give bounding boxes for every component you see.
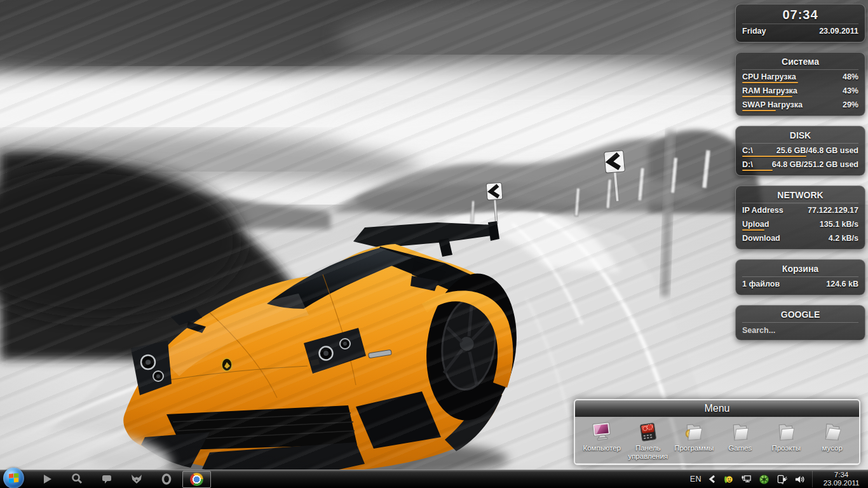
stat-value: 43% (843, 86, 858, 95)
disk-widget: DISK C:\ 25.6 GB/46.8 GB used D:\ 64.8 G… (735, 126, 865, 176)
widget-panel: 07:34 Friday 23.09.2011 Система CPU Нагр… (735, 4, 865, 341)
search-icon[interactable] (71, 473, 83, 485)
stat-row: CPU Нагрузка 48% (742, 70, 858, 84)
menu-item-programs[interactable]: Программы (671, 419, 717, 463)
menu-item-label: Панель управления (625, 444, 672, 461)
stat-label: Download (742, 234, 780, 243)
recycle-bin-widget: Корзина 1 файлов 124.6 kB (735, 259, 865, 295)
play-icon[interactable] (41, 473, 53, 485)
programs-folder-icon (682, 421, 705, 444)
stat-label: IP Address (742, 206, 783, 215)
antivirus-icon[interactable] (759, 474, 770, 485)
taskbar-chrome-button[interactable] (182, 471, 211, 488)
language-indicator[interactable]: EN (690, 475, 702, 484)
power-plug-icon[interactable] (776, 474, 787, 485)
menu-item-label: мусор (822, 444, 843, 452)
stat-row: IP Address 77.122.129.17 (742, 203, 858, 217)
tray-clock[interactable]: 7:34 23.09.2011 (812, 471, 866, 487)
stat-label: RAM Нагрузка (742, 86, 797, 95)
menu-titlebar: Menu (575, 400, 859, 417)
stat-row: RAM Нагрузка 43% (742, 84, 858, 98)
clock-widget: 07:34 Friday 23.09.2011 (735, 4, 865, 43)
stat-row: Download 4.2 kB/s (742, 231, 858, 245)
stat-label: C:\ (742, 146, 753, 155)
opera-icon[interactable] (160, 473, 173, 485)
stat-label: D:\ (742, 160, 753, 169)
stat-value: 124.6 kB (826, 280, 858, 288)
folder-icon (821, 421, 844, 444)
messenger-icon[interactable] (723, 474, 734, 485)
menu-item-label: Games (728, 444, 752, 452)
menu-item-trash[interactable]: мусор (810, 419, 856, 463)
menu-item-label: Компьютер (583, 444, 621, 452)
clock-date: 23.09.2011 (819, 27, 858, 36)
usage-meter (742, 110, 776, 111)
volume-icon[interactable] (794, 474, 805, 485)
tray-clock-date: 23.09.2011 (817, 479, 866, 487)
tray-clock-time: 7:34 (817, 471, 866, 479)
chat-icon[interactable] (100, 473, 113, 485)
stat-label: 1 файлов (742, 280, 780, 288)
start-button[interactable] (3, 468, 24, 488)
menu-item-games[interactable]: Games (717, 419, 764, 463)
hidden-icons-chevron[interactable] (709, 475, 716, 484)
stat-value: 48% (843, 72, 858, 81)
usage-meter (742, 96, 792, 97)
folder-icon (729, 421, 752, 444)
network-widget: NETWORK IP Address 77.122.129.17 Upload … (735, 186, 865, 250)
menu-items-row: Компьютер Пане (575, 417, 859, 463)
widget-title: DISK (742, 128, 858, 144)
quick-launch-area (41, 470, 173, 488)
google-search-widget: GOOGLE (735, 305, 865, 341)
usage-meter (742, 229, 764, 231)
stat-label: SWAP Нагрузка (742, 100, 803, 109)
usage-meter (742, 156, 806, 157)
stat-row: Upload 135.1 kB/s (742, 217, 858, 231)
stat-value: 135.1 kB/s (820, 220, 858, 229)
taskbar: EN (0, 470, 868, 488)
usage-meter (742, 82, 798, 83)
stat-label: CPU Нагрузка (742, 72, 796, 81)
menu-panel: Menu Компьютер (574, 399, 860, 465)
stat-value: 64.8 GB/251.2 GB used (772, 160, 858, 169)
network-icon[interactable] (741, 474, 752, 485)
menu-title: Menu (704, 403, 729, 414)
stat-row: 1 файлов 124.6 kB (742, 277, 858, 291)
menu-item-label: Проэкты (771, 444, 801, 452)
widget-title: NETWORK (742, 188, 858, 203)
windows-flag-icon (9, 473, 19, 483)
stat-row: C:\ 25.6 GB/46.8 GB used (742, 144, 858, 158)
stat-value: 25.6 GB/46.8 GB used (776, 146, 858, 155)
folder-icon (775, 421, 797, 444)
menu-item-control-panel[interactable]: Панель управления (625, 419, 672, 463)
widget-title: Система (742, 55, 858, 70)
stat-label: Upload (742, 220, 769, 229)
system-tray: EN (690, 470, 866, 488)
stat-row: D:\ 64.8 GB/251.2 GB used (742, 158, 858, 172)
usage-meter (742, 170, 773, 171)
widget-title: Корзина (742, 262, 858, 277)
menu-item-projects[interactable]: Проэкты (763, 419, 810, 463)
menu-item-computer[interactable]: Компьютер (579, 419, 625, 463)
control-panel-icon (637, 421, 660, 444)
stat-value: 4.2 kB/s (829, 234, 858, 243)
clock-day: Friday (742, 27, 766, 36)
menu-item-label: Программы (674, 444, 714, 452)
clock-time: 07:34 (742, 6, 858, 24)
computer-icon (590, 421, 613, 444)
widget-title: GOOGLE (742, 308, 858, 323)
stat-value: 77.122.129.17 (808, 206, 858, 215)
system-monitor-widget: Система CPU Нагрузка 48% RAM Нагрузка 43… (735, 52, 865, 116)
stat-value: 29% (843, 100, 858, 109)
fox-icon[interactable] (130, 473, 143, 485)
stat-row: SWAP Нагрузка 29% (742, 98, 858, 112)
google-search-input[interactable] (742, 323, 858, 336)
chrome-icon (190, 473, 203, 486)
desktop: 07:34 Friday 23.09.2011 Система CPU Нагр… (0, 0, 868, 488)
